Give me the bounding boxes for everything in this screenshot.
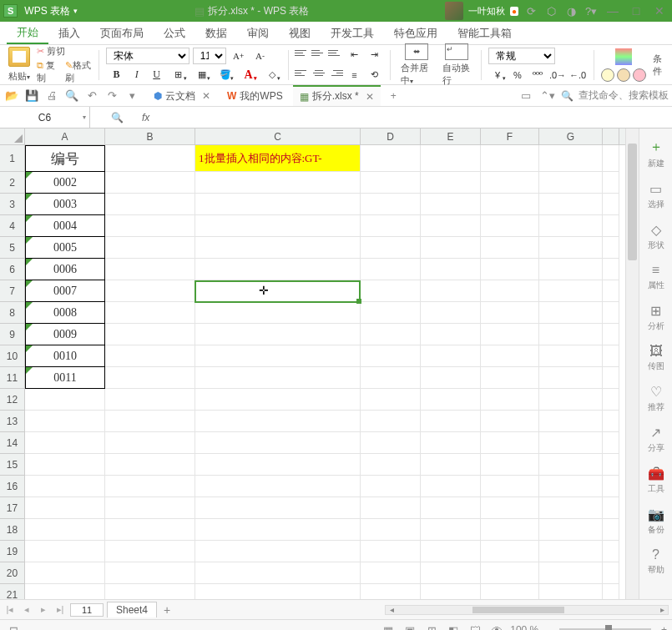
cell[interactable]	[421, 411, 481, 432]
cell[interactable]	[195, 172, 361, 194]
style-circle-2[interactable]	[617, 68, 630, 82]
cell[interactable]	[105, 237, 195, 259]
tab-view[interactable]: 视图	[279, 22, 321, 44]
indent-left-button[interactable]: ⇤	[345, 48, 363, 63]
cell[interactable]	[603, 497, 619, 519]
cell[interactable]	[25, 584, 105, 599]
cell[interactable]	[361, 497, 421, 519]
cell[interactable]	[421, 541, 481, 562]
cell[interactable]	[195, 237, 361, 259]
cell[interactable]	[25, 497, 105, 519]
cell[interactable]	[539, 411, 603, 432]
cell[interactable]	[25, 432, 105, 454]
cell[interactable]	[481, 259, 539, 280]
window-close[interactable]: ✕	[650, 4, 669, 18]
cell[interactable]	[195, 345, 361, 367]
cell[interactable]	[481, 476, 539, 497]
doctab-cloud[interactable]: ⬢云文档✕	[147, 85, 217, 106]
cell[interactable]	[105, 519, 195, 541]
inc-decimal-button[interactable]: .0→	[548, 68, 567, 83]
cell[interactable]	[361, 519, 421, 541]
row-header[interactable]: 11	[0, 367, 25, 389]
cell[interactable]	[481, 215, 539, 237]
tab-data[interactable]: 数据	[195, 22, 237, 44]
row-header[interactable]: 8	[0, 302, 25, 324]
cell[interactable]	[105, 172, 195, 194]
cell[interactable]	[539, 562, 603, 584]
cell[interactable]	[361, 237, 421, 259]
cell[interactable]	[603, 280, 619, 302]
cell[interactable]	[25, 454, 105, 476]
cell[interactable]	[361, 194, 421, 215]
align-left-button[interactable]	[295, 68, 310, 79]
tab-review[interactable]: 审阅	[237, 22, 279, 44]
cell[interactable]	[105, 145, 195, 172]
cell[interactable]	[481, 280, 539, 302]
cell[interactable]	[603, 302, 619, 324]
cell[interactable]: 0006	[25, 259, 105, 280]
cell[interactable]	[603, 324, 619, 345]
percent-button[interactable]: %	[508, 68, 527, 83]
cell[interactable]	[25, 562, 105, 584]
cell[interactable]	[421, 194, 481, 215]
tab-home[interactable]: 开始	[7, 22, 48, 44]
cell[interactable]	[105, 497, 195, 519]
cell[interactable]: 1批量插入相同的内容:GT-	[195, 145, 361, 172]
cell[interactable]	[195, 259, 361, 280]
cell[interactable]	[421, 145, 481, 172]
view-protect-icon[interactable]: 🛡	[467, 624, 483, 631]
cell[interactable]	[421, 389, 481, 411]
cell[interactable]	[539, 345, 603, 367]
sidepanel-item-备份[interactable]: 📷备份	[648, 507, 664, 536]
clear-format-button[interactable]: ◇▾	[263, 68, 281, 83]
cell[interactable]: 0002	[25, 172, 105, 194]
close-icon[interactable]: ✕	[202, 90, 210, 102]
row-header[interactable]: 18	[0, 519, 25, 541]
underline-button[interactable]: U	[149, 68, 164, 83]
border-button[interactable]: ⊞▾	[169, 68, 188, 83]
row-header[interactable]: 13	[0, 411, 25, 432]
align-middle-button[interactable]	[311, 48, 326, 59]
cell[interactable]	[105, 562, 195, 584]
number-format-select[interactable]: 常规	[488, 48, 555, 64]
cell[interactable]	[481, 432, 539, 454]
cell[interactable]	[195, 476, 361, 497]
cell[interactable]	[421, 302, 481, 324]
app-dropdown-icon[interactable]: ▾	[73, 7, 78, 15]
cell[interactable]	[361, 541, 421, 562]
cell[interactable]	[481, 541, 539, 562]
format-painter-button[interactable]: ✎格式刷	[65, 59, 92, 84]
cell[interactable]	[539, 237, 603, 259]
cell[interactable]: 0007	[25, 280, 105, 302]
cell[interactable]	[195, 324, 361, 345]
cell[interactable]	[481, 345, 539, 367]
cell[interactable]	[361, 302, 421, 324]
cell[interactable]	[105, 584, 195, 599]
sheet-nav-next[interactable]: ▸	[37, 604, 50, 615]
cell[interactable]	[539, 194, 603, 215]
cell[interactable]	[539, 145, 603, 172]
cell[interactable]	[421, 237, 481, 259]
horizontal-scrollbar[interactable]: ◂ ▸	[385, 605, 669, 615]
cell[interactable]	[603, 367, 619, 389]
cell[interactable]	[25, 476, 105, 497]
hscroll-thumb[interactable]	[472, 607, 564, 613]
print-button[interactable]: 🖨	[43, 88, 60, 104]
vertical-scrollbar[interactable]	[625, 129, 639, 599]
cell[interactable]	[105, 302, 195, 324]
cell[interactable]	[195, 194, 361, 215]
cell[interactable]	[421, 345, 481, 367]
select-all-button[interactable]	[0, 129, 25, 144]
align-center-button[interactable]	[311, 68, 326, 79]
cell[interactable]	[195, 541, 361, 562]
comma-button[interactable]: ººº	[528, 68, 547, 83]
row-header[interactable]: 1	[0, 145, 25, 172]
font-color-button[interactable]: A▾	[240, 68, 258, 83]
formula-input[interactable]	[156, 111, 664, 123]
cell[interactable]	[481, 454, 539, 476]
cell[interactable]	[361, 259, 421, 280]
cell[interactable]	[105, 324, 195, 345]
cell[interactable]: 0009	[25, 324, 105, 345]
cell[interactable]	[603, 432, 619, 454]
fill-color-button[interactable]: 🪣▾	[216, 68, 235, 83]
